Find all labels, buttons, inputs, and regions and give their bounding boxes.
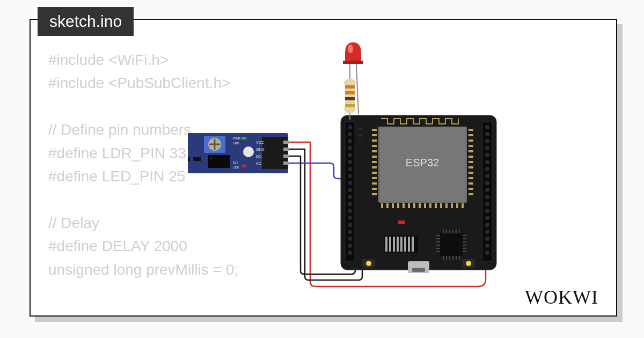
svg-point-6 xyxy=(348,139,352,143)
en-button[interactable] xyxy=(462,259,475,268)
svg-rect-51 xyxy=(372,156,377,158)
svg-rect-89 xyxy=(385,237,387,252)
svg-rect-68 xyxy=(469,177,473,179)
svg-point-29 xyxy=(485,167,489,171)
file-tab[interactable]: sketch.ino xyxy=(38,7,134,36)
svg-line-174 xyxy=(356,64,358,114)
svg-rect-80 xyxy=(424,203,426,208)
svg-rect-167 xyxy=(345,97,355,100)
svg-point-13 xyxy=(348,188,352,192)
svg-point-33 xyxy=(485,195,489,199)
svg-rect-93 xyxy=(400,237,402,252)
svg-rect-74 xyxy=(392,203,394,208)
svg-rect-79 xyxy=(419,203,421,208)
svg-point-23 xyxy=(485,125,489,129)
svg-text:LED: LED xyxy=(233,166,239,169)
svg-text:GND: GND xyxy=(256,148,265,151)
svg-rect-66 xyxy=(469,166,473,168)
svg-rect-55 xyxy=(372,177,377,179)
svg-rect-138 xyxy=(188,157,190,161)
svg-rect-87 xyxy=(462,203,464,208)
svg-text:DO: DO xyxy=(256,155,262,158)
svg-point-39 xyxy=(485,237,489,241)
svg-point-18 xyxy=(348,223,352,227)
svg-rect-86 xyxy=(456,203,458,208)
svg-rect-166 xyxy=(345,91,355,94)
svg-point-40 xyxy=(485,244,489,248)
svg-rect-83 xyxy=(440,203,442,208)
svg-text:DO: DO xyxy=(233,161,238,164)
svg-rect-47 xyxy=(372,134,377,136)
esp32-board[interactable]: ESP32 3V3GNDD15 xyxy=(341,115,496,273)
esp32-label: ESP32 xyxy=(406,157,439,168)
svg-point-7 xyxy=(348,146,352,150)
svg-point-34 xyxy=(485,202,489,206)
boot-button[interactable] xyxy=(362,259,375,268)
ldr-module[interactable]: + − PWR LED DO LED VCC GND DO xyxy=(188,133,289,173)
svg-rect-90 xyxy=(389,237,391,252)
svg-point-20 xyxy=(348,237,352,241)
svg-point-28 xyxy=(485,160,489,164)
svg-point-126 xyxy=(366,261,371,266)
svg-point-19 xyxy=(348,230,352,234)
svg-rect-96 xyxy=(412,237,414,252)
svg-rect-77 xyxy=(408,203,410,208)
svg-rect-78 xyxy=(413,203,415,208)
svg-point-38 xyxy=(485,230,489,234)
svg-rect-54 xyxy=(372,172,377,174)
svg-rect-140 xyxy=(208,155,230,168)
svg-rect-56 xyxy=(372,182,377,185)
svg-text:VCC: VCC xyxy=(256,141,264,144)
svg-point-172 xyxy=(348,45,353,53)
svg-rect-69 xyxy=(469,182,473,185)
svg-text:AO: AO xyxy=(256,161,262,165)
svg-rect-59 xyxy=(469,129,473,131)
svg-point-36 xyxy=(485,216,489,220)
svg-rect-73 xyxy=(386,203,389,208)
svg-rect-94 xyxy=(404,237,406,252)
svg-rect-82 xyxy=(435,203,437,208)
svg-rect-145 xyxy=(241,165,246,167)
svg-point-128 xyxy=(466,261,471,266)
svg-point-25 xyxy=(485,139,489,143)
svg-point-41 xyxy=(485,251,489,255)
svg-rect-139 xyxy=(193,157,201,161)
svg-text:PWR: PWR xyxy=(233,137,241,140)
svg-rect-153 xyxy=(283,148,289,151)
svg-point-12 xyxy=(348,181,352,185)
wokwi-logo: WOKWI xyxy=(525,286,598,308)
svg-rect-72 xyxy=(381,203,383,208)
circuit-diagram: ESP32 3V3GNDD15 xyxy=(188,30,612,298)
svg-text:3V3: 3V3 xyxy=(358,127,363,130)
svg-point-14 xyxy=(348,195,352,199)
svg-point-150 xyxy=(243,146,254,157)
svg-point-8 xyxy=(348,153,352,157)
svg-rect-57 xyxy=(372,188,377,190)
svg-rect-124 xyxy=(412,268,425,272)
svg-point-27 xyxy=(485,153,489,157)
svg-rect-70 xyxy=(469,188,473,190)
svg-rect-52 xyxy=(372,161,377,163)
svg-rect-46 xyxy=(372,129,377,131)
svg-rect-53 xyxy=(372,166,377,168)
svg-rect-154 xyxy=(283,155,289,158)
svg-rect-67 xyxy=(469,172,473,174)
svg-rect-64 xyxy=(469,156,473,158)
svg-rect-62 xyxy=(469,145,473,147)
svg-rect-144 xyxy=(241,137,246,139)
svg-rect-49 xyxy=(372,145,377,147)
svg-text:LED: LED xyxy=(233,142,239,145)
svg-point-32 xyxy=(485,188,489,192)
svg-rect-155 xyxy=(283,161,289,165)
svg-point-141 xyxy=(210,157,213,159)
svg-point-10 xyxy=(348,167,352,171)
svg-rect-48 xyxy=(372,139,377,142)
svg-point-21 xyxy=(348,244,352,248)
svg-rect-81 xyxy=(429,203,431,208)
svg-point-30 xyxy=(485,174,489,178)
svg-text:GND: GND xyxy=(358,134,363,137)
svg-rect-152 xyxy=(283,141,289,144)
svg-point-4 xyxy=(348,125,352,129)
svg-rect-165 xyxy=(345,85,355,89)
svg-point-35 xyxy=(485,209,489,213)
